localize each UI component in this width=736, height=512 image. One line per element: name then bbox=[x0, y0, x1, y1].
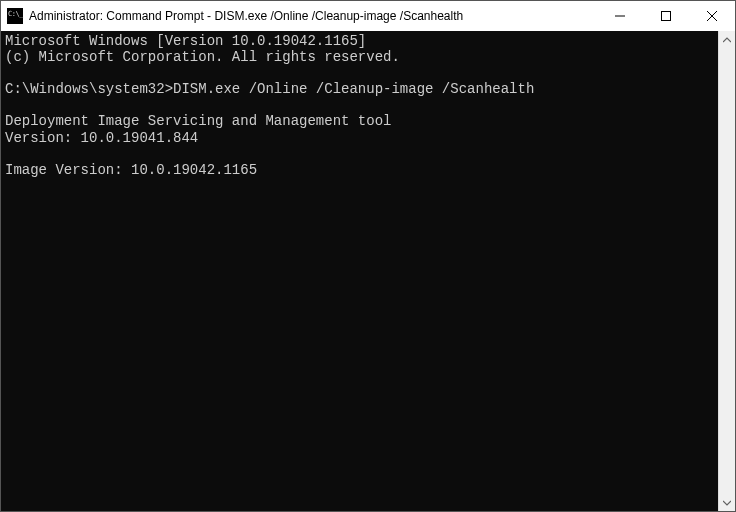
svg-rect-1 bbox=[662, 12, 671, 21]
terminal-line bbox=[5, 65, 714, 81]
chevron-down-icon bbox=[723, 499, 731, 507]
close-icon bbox=[707, 11, 717, 21]
titlebar[interactable]: Administrator: Command Prompt - DISM.exe… bbox=[1, 1, 735, 31]
terminal-line: Image Version: 10.0.19042.1165 bbox=[5, 162, 714, 178]
content-area: Microsoft Windows [Version 10.0.19042.11… bbox=[1, 31, 735, 511]
terminal-line: Deployment Image Servicing and Managemen… bbox=[5, 113, 714, 129]
maximize-icon bbox=[661, 11, 671, 21]
scroll-up-button[interactable] bbox=[719, 31, 735, 48]
chevron-up-icon bbox=[723, 36, 731, 44]
window-controls bbox=[597, 1, 735, 31]
terminal-line: C:\Windows\system32>DISM.exe /Online /Cl… bbox=[5, 81, 714, 97]
terminal-line: Version: 10.0.19041.844 bbox=[5, 130, 714, 146]
cmd-icon bbox=[7, 8, 23, 24]
vertical-scrollbar[interactable] bbox=[718, 31, 735, 511]
minimize-button[interactable] bbox=[597, 1, 643, 31]
scroll-track[interactable] bbox=[719, 48, 735, 494]
scroll-down-button[interactable] bbox=[719, 494, 735, 511]
close-button[interactable] bbox=[689, 1, 735, 31]
terminal-output[interactable]: Microsoft Windows [Version 10.0.19042.11… bbox=[1, 31, 718, 511]
terminal-line: Microsoft Windows [Version 10.0.19042.11… bbox=[5, 33, 714, 49]
window-title: Administrator: Command Prompt - DISM.exe… bbox=[29, 9, 597, 23]
terminal-line bbox=[5, 178, 714, 194]
terminal-line bbox=[5, 97, 714, 113]
command-prompt-window: Administrator: Command Prompt - DISM.exe… bbox=[0, 0, 736, 512]
terminal-line bbox=[5, 146, 714, 162]
maximize-button[interactable] bbox=[643, 1, 689, 31]
minimize-icon bbox=[615, 11, 625, 21]
terminal-line: (c) Microsoft Corporation. All rights re… bbox=[5, 49, 714, 65]
